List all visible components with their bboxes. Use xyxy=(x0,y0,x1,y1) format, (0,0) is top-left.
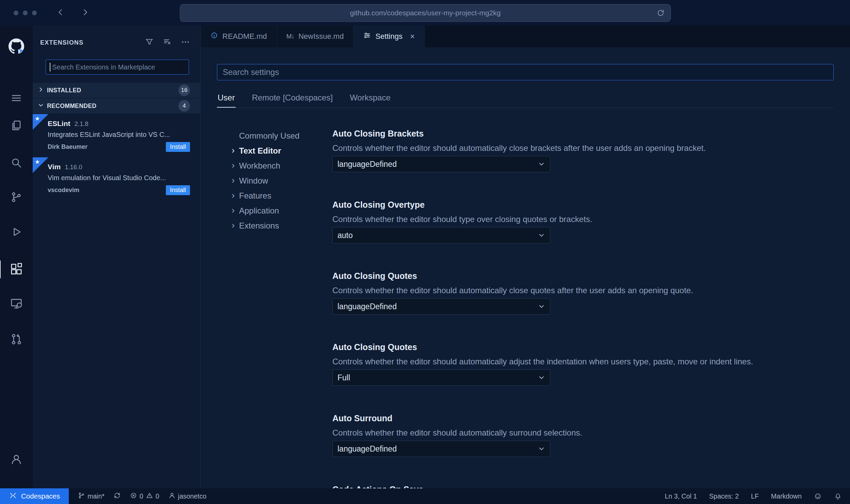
settings-list: Auto Closing Brackets Controls whether t… xyxy=(332,128,850,488)
toc-label: Features xyxy=(239,191,271,201)
toc-label: Workbench xyxy=(239,161,280,171)
extension-name: ESLint xyxy=(48,120,70,128)
setting-description: Controls whether the editor should autom… xyxy=(332,428,831,438)
github-codespaces-logo-icon[interactable] xyxy=(0,37,33,55)
install-button[interactable]: Install xyxy=(166,142,190,152)
account-icon[interactable] xyxy=(0,451,33,468)
extensions-icon[interactable] xyxy=(0,261,33,278)
codespaces-remote-indicator[interactable]: Codespaces xyxy=(0,488,69,504)
settings-search-input[interactable] xyxy=(217,64,834,80)
activity-bar: ⚙ xyxy=(0,26,33,488)
installed-section-header[interactable]: INSTALLED 16 xyxy=(33,83,200,98)
toc-item-window[interactable]: Window xyxy=(230,173,332,188)
setting-dropdown[interactable]: auto xyxy=(332,227,550,243)
browser-titlebar: github.com/codespaces/user-my-project-mg… xyxy=(0,0,850,26)
setting-title: Code Actions On Save xyxy=(332,484,831,488)
chevron-right-icon xyxy=(230,163,236,169)
browser-refresh-icon[interactable] xyxy=(656,9,665,19)
dropdown-value: languageDefined xyxy=(337,160,397,169)
error-icon xyxy=(130,492,137,501)
sidebar-title: EXTENSIONS xyxy=(40,39,145,46)
extensions-search-input[interactable] xyxy=(46,60,189,75)
remote-explorer-icon[interactable] xyxy=(0,295,33,312)
setting-dropdown[interactable]: languageDefined xyxy=(332,441,550,457)
cursor-position-item[interactable]: Ln 3, Col 1 xyxy=(665,492,697,500)
toc-item-application[interactable]: Application xyxy=(230,203,332,218)
settings-editor: User Remote [Codespaces] Workspace Commo… xyxy=(201,47,850,488)
indentation-item[interactable]: Spaces: 2 xyxy=(709,492,739,500)
setting-entry: Code Actions On Save xyxy=(332,484,831,488)
chevron-right-icon xyxy=(230,148,236,154)
problems-status-item[interactable]: 0 0 xyxy=(130,492,159,501)
window-controls xyxy=(14,11,37,15)
toc-label: Text Editor xyxy=(239,146,281,156)
toc-item-workbench[interactable]: Workbench xyxy=(230,158,332,173)
pull-request-icon[interactable] xyxy=(0,330,33,348)
tab-newissue[interactable]: M↓ NewIssue.md xyxy=(277,26,354,47)
more-actions-icon[interactable] xyxy=(181,37,190,48)
eol-item[interactable]: LF xyxy=(751,492,759,500)
branch-status-item[interactable]: main* xyxy=(78,492,105,501)
search-icon[interactable] xyxy=(0,154,33,172)
install-button[interactable]: Install xyxy=(166,185,190,195)
setting-title: Auto Closing Quotes xyxy=(332,342,831,352)
recommended-star-icon: ★ xyxy=(33,157,48,173)
setting-dropdown[interactable]: Full xyxy=(332,369,550,386)
run-debug-icon[interactable] xyxy=(0,223,33,241)
branch-name: main* xyxy=(88,492,105,500)
toc-item-commonly-used[interactable]: Commonly Used xyxy=(230,128,332,143)
chevron-right-icon xyxy=(230,223,236,229)
notifications-bell-icon[interactable] xyxy=(834,492,842,500)
setting-title: Auto Closing Brackets xyxy=(332,128,831,139)
scope-tab-remote[interactable]: Remote [Codespaces] xyxy=(251,92,333,108)
scope-tab-user[interactable]: User xyxy=(217,92,236,108)
chevron-down-icon xyxy=(538,160,545,168)
setting-entry: Auto Closing Brackets Controls whether t… xyxy=(332,128,831,172)
extension-version: 1.16.0 xyxy=(65,163,82,171)
extension-description: Integrates ESLint JavaScript into VS C..… xyxy=(48,131,190,139)
window-close-button[interactable] xyxy=(14,11,18,15)
username: jasonetco xyxy=(178,492,206,500)
toc-item-features[interactable]: Features xyxy=(230,188,332,203)
recommended-section-header[interactable]: RECOMMENDED 4 xyxy=(33,98,200,113)
close-icon[interactable]: × xyxy=(410,32,415,41)
extension-list-item-eslint[interactable]: ★ ESLint 2.1.8 Integrates ESLint JavaScr… xyxy=(33,114,200,157)
toc-item-text-editor[interactable]: Text Editor xyxy=(230,143,332,158)
chevron-right-icon xyxy=(37,86,44,94)
explorer-icon[interactable] xyxy=(0,117,33,135)
toc-item-extensions[interactable]: Extensions xyxy=(230,218,332,233)
tab-settings[interactable]: Settings × xyxy=(353,26,425,47)
tab-readme[interactable]: README.md xyxy=(201,26,277,47)
menu-hamburger-icon[interactable] xyxy=(0,89,33,107)
chevron-right-icon xyxy=(230,178,236,184)
browser-address-bar[interactable]: github.com/codespaces/user-my-project-mg… xyxy=(180,4,671,22)
extension-list-item-vim[interactable]: ★ Vim 1.16.0 Vim emulation for Visual St… xyxy=(33,157,200,201)
filter-icon[interactable] xyxy=(145,37,154,48)
user-status-item[interactable]: jasonetco xyxy=(168,492,206,501)
setting-dropdown[interactable]: languageDefined xyxy=(332,298,550,315)
window-maximize-button[interactable] xyxy=(32,11,37,15)
browser-back-icon[interactable] xyxy=(56,7,65,18)
toc-label: Application xyxy=(239,206,279,216)
setting-dropdown[interactable]: languageDefined xyxy=(332,156,550,172)
browser-forward-icon[interactable] xyxy=(80,7,90,18)
feedback-smiley-icon[interactable] xyxy=(814,492,822,500)
scope-tab-workspace[interactable]: Workspace xyxy=(349,92,391,108)
tab-label: NewIssue.md xyxy=(298,32,344,41)
remote-icon xyxy=(9,491,17,501)
markdown-icon: M↓ xyxy=(286,33,294,40)
dropdown-value: languageDefined xyxy=(337,444,397,454)
language-mode-item[interactable]: Markdown xyxy=(771,492,802,500)
settings-scope-tabs: User Remote [Codespaces] Workspace xyxy=(217,92,834,108)
codespaces-label: Codespaces xyxy=(21,492,60,500)
setting-description: Controls whether the editor should autom… xyxy=(332,357,831,367)
info-icon xyxy=(210,31,218,42)
setting-description: Controls whether the editor should type … xyxy=(332,214,831,224)
setting-description: Controls whether the editor should autom… xyxy=(332,143,831,153)
clear-extensions-search-icon[interactable] xyxy=(163,37,172,48)
source-control-icon[interactable] xyxy=(0,188,33,206)
chevron-down-icon xyxy=(538,374,545,381)
sync-status-item[interactable] xyxy=(113,492,121,501)
dropdown-value: auto xyxy=(337,231,353,240)
window-minimize-button[interactable] xyxy=(23,11,28,15)
